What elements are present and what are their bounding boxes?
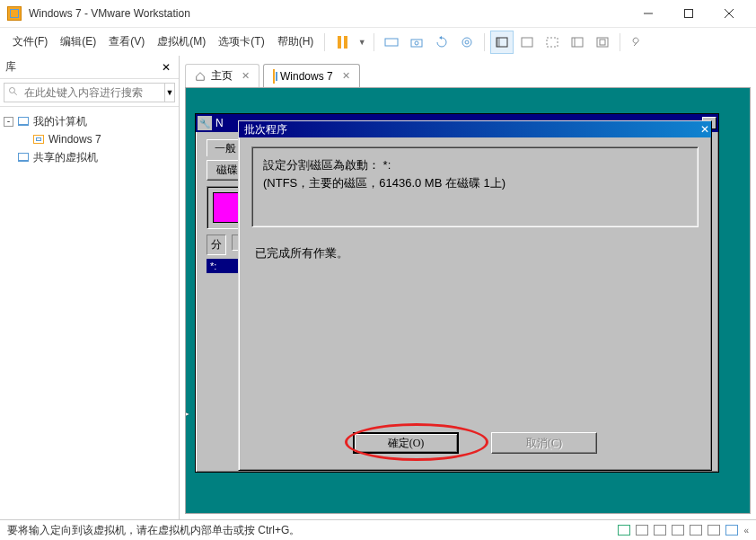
tree-label: 我的计算机 [33,114,87,129]
vm-screen[interactable]: ➤ 🔧 N ✕ 一般 磁碟 [185,87,751,514]
tab-close-button[interactable]: ✕ [242,70,250,82]
tab-windows7[interactable]: Windows 7 ✕ [263,64,360,87]
window-title: Windows 7 - VMware Workstation [29,7,190,20]
menu-view[interactable]: 查看(V) [103,31,150,53]
device-printer-icon[interactable] [708,525,720,536]
tab-close-button[interactable]: ✕ [342,70,350,82]
stretch-icon [596,37,609,48]
snapshot-manager-button[interactable] [455,31,479,54]
titlebar: Windows 7 - VMware Workstation [0,0,756,27]
dialog-titlebar[interactable]: 批次程序 ✕ [239,121,711,137]
unity-icon [571,37,584,48]
search-input[interactable] [4,83,165,102]
sidebar-header: 库 ✕ [0,56,179,79]
tree-label: Windows 7 [48,133,101,146]
status-device-icons: « [618,525,749,536]
tab-label: 主页 [211,68,233,84]
revert-snapshot-button[interactable] [430,31,453,54]
svg-point-6 [415,41,418,45]
vm-icon [273,70,275,83]
close-button[interactable] [708,1,749,27]
ok-button[interactable]: 確定(O) [353,432,459,454]
svg-line-18 [14,93,17,95]
toolbar-divider [484,33,485,51]
pause-dropdown[interactable]: ▼ [356,31,368,54]
dialog-message-box: 設定分割磁區為啟動： *: (NTFS，主要的磁區，61436.0 MB 在磁碟… [251,146,699,227]
status-chevron-icon[interactable]: « [743,526,749,536]
chevron-down-icon: ▼ [358,38,366,47]
dialog-title: 批次程序 [241,122,700,137]
sidebar-close-button[interactable]: ✕ [159,61,173,74]
mouse-cursor-icon: ➤ [185,405,189,422]
vm-area: 主页 ✕ Windows 7 ✕ ➤ 🔧 N ✕ [180,56,756,519]
stretch-button[interactable] [591,31,614,54]
partition-label: *: [210,261,216,271]
pause-icon [338,36,347,49]
svg-rect-16 [600,40,605,45]
settings-toolbar-button[interactable] [626,31,649,54]
toolbar-divider [620,33,620,51]
tree-label: 共享的虚拟机 [33,150,98,165]
status-text: 要将输入定向到该虚拟机，请在虚拟机内部单击或按 Ctrl+G。 [7,523,300,538]
section-label: 分 [207,235,226,255]
tree-my-computer[interactable]: - 我的计算机 [4,112,175,130]
msg-line-2: (NTFS，主要的磁區，61436.0 MB 在磁碟 1上) [263,174,687,192]
device-cd-icon[interactable] [636,525,648,536]
device-usb-icon[interactable] [672,525,684,536]
computer-icon [17,116,30,127]
tree-vm-windows7[interactable]: Windows 7 [20,130,175,148]
wrench-icon [631,36,644,49]
cancel-button: 取消(C) [491,432,597,454]
collapse-toggle[interactable]: - [4,117,13,127]
search-row: ▼ [0,79,179,107]
fullscreen-icon [546,37,558,48]
menu-file[interactable]: 文件(F) [7,31,53,53]
pause-button[interactable] [330,31,354,54]
minimize-icon [644,9,653,18]
partition-block-left [213,192,240,223]
app-small-icon: 🔧 [198,116,212,130]
device-net-icon[interactable] [654,525,666,536]
snapshot-button[interactable] [405,31,428,54]
batch-dialog: 批次程序 ✕ 設定分割磁區為啟動： *: (NTFS，主要的磁區，61436.0… [238,120,712,471]
fullscreen-button[interactable] [541,31,564,54]
vm-icon [32,134,45,145]
tab-home[interactable]: 主页 ✕ [185,64,259,87]
statusbar: 要将输入定向到该虚拟机，请在虚拟机内部单击或按 Ctrl+G。 « [0,519,756,540]
tree-shared-vms[interactable]: 共享的虚拟机 [4,148,175,166]
dialog-close-button[interactable]: ✕ [700,123,709,136]
chevron-down-icon: ▼ [166,88,174,97]
view-console-button[interactable] [515,31,539,54]
menu-edit[interactable]: 编辑(E) [55,31,101,53]
dialog-status: 已完成所有作業。 [251,227,699,427]
unity-button[interactable] [566,31,589,54]
svg-rect-10 [497,38,500,47]
send-ctrl-alt-del-button[interactable] [380,31,403,54]
menu-help[interactable]: 帮助(H) [272,31,320,53]
menu-vm[interactable]: 虚拟机(M) [152,31,211,53]
toolbar-divider [324,33,325,51]
revert-icon [435,36,448,49]
close-icon [725,9,734,18]
view-single-button[interactable] [490,31,514,54]
svg-rect-4 [385,39,398,46]
search-dropdown[interactable]: ▼ [165,83,175,102]
device-display-icon[interactable] [725,525,738,536]
device-sound-icon[interactable] [690,525,702,536]
menu-tabs[interactable]: 选项卡(T) [213,31,269,53]
single-view-icon [496,37,508,48]
maximize-icon [684,9,693,18]
svg-point-8 [465,40,469,44]
home-icon [195,71,206,82]
console-view-icon [521,37,533,48]
dialog-button-row: 確定(O) 取消(C) [251,427,699,465]
svg-rect-11 [522,38,532,47]
device-disk-icon[interactable] [618,525,630,536]
computer-icon [17,152,30,163]
svg-rect-1 [684,10,692,18]
tab-label: Windows 7 [280,70,333,83]
maximize-button[interactable] [668,1,708,27]
minimize-button[interactable] [628,1,668,27]
svg-rect-5 [411,40,422,47]
menubar: 文件(F) 编辑(E) 查看(V) 虚拟机(M) 选项卡(T) 帮助(H) ▼ [0,27,756,56]
